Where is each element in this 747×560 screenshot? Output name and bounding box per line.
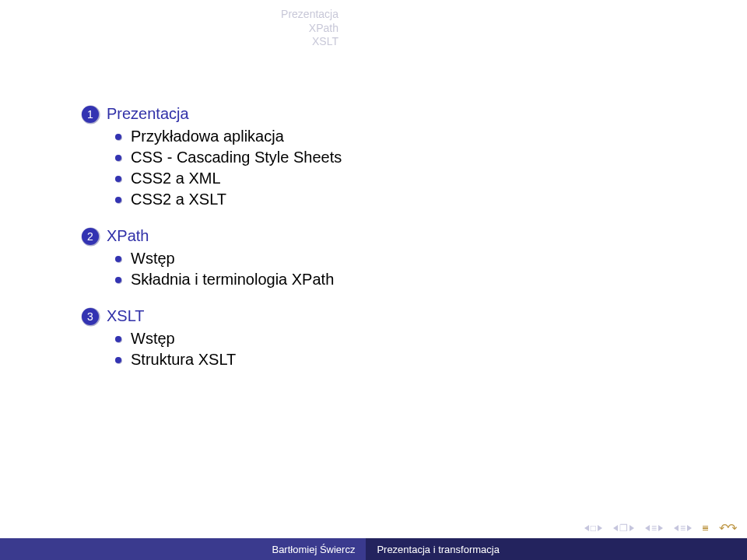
list-item[interactable]: Składnia i terminologia XPath (115, 271, 700, 289)
triangle-right-icon (658, 525, 663, 531)
item-label: Przykładowa aplikacja (131, 128, 284, 145)
item-label: Składnia i terminologia XPath (131, 271, 334, 289)
section-items: Przykładowa aplikacja CSS - Cascading St… (115, 128, 700, 208)
section-head[interactable]: 1 Prezentacja (82, 105, 700, 123)
triangle-right-icon (630, 525, 634, 531)
triangle-left-icon (584, 525, 589, 531)
nav-back-forward-icon[interactable]: ↶↷ (719, 521, 736, 535)
triangle-right-icon (687, 525, 692, 531)
nav-frame[interactable]: ❐ (613, 523, 634, 533)
triangle-left-icon (674, 525, 679, 531)
section-number: 3 (87, 310, 93, 323)
section-items: Wstęp Struktura XSLT (115, 330, 700, 369)
nav-subsection[interactable]: ≡ (645, 523, 663, 533)
item-label: CSS2 a XML (131, 170, 221, 187)
outline-content: 1 Prezentacja Przykładowa aplikacja CSS … (82, 105, 700, 387)
nav-slide[interactable]: □ (584, 523, 602, 533)
section-number: 2 (87, 230, 93, 243)
section-head[interactable]: 2 XPath (82, 227, 700, 245)
bullet-icon (115, 357, 121, 363)
section-title: Prezentacja (107, 105, 189, 123)
list-item[interactable]: Wstęp (115, 330, 700, 348)
bullet-icon (115, 176, 121, 182)
bullet-icon (115, 155, 121, 161)
section-number-badge: 3 (82, 308, 99, 325)
header-nav: Prezentacja XPath XSLT (281, 8, 338, 49)
footer-author: Bartłomiej Świercz (0, 544, 366, 555)
header-nav-item[interactable]: Prezentacja (281, 8, 338, 22)
list-item[interactable]: Wstęp (115, 250, 700, 268)
outline-section-1: 1 Prezentacja Przykładowa aplikacja CSS … (82, 105, 700, 208)
nav-section[interactable]: ≡ (674, 523, 692, 533)
section-title: XSLT (107, 307, 145, 325)
bullet-icon (115, 336, 121, 342)
bullet-icon (115, 134, 121, 140)
list-item[interactable]: CSS2 a XML (115, 170, 700, 187)
item-label: Wstęp (131, 330, 175, 348)
item-label: CSS2 a XSLT (131, 191, 226, 208)
section-number-badge: 2 (82, 228, 99, 245)
item-label: Wstęp (131, 250, 175, 268)
bullet-icon (115, 197, 121, 203)
section-head[interactable]: 3 XSLT (82, 307, 700, 325)
footer-bar: Bartłomiej Świercz Prezentacja i transfo… (0, 538, 747, 560)
item-label: Struktura XSLT (131, 351, 236, 369)
list-item[interactable]: Struktura XSLT (115, 351, 700, 369)
list-item[interactable]: CSS - Cascading Style Sheets (115, 149, 700, 166)
section-items: Wstęp Składnia i terminologia XPath (115, 250, 700, 289)
section-number: 1 (87, 108, 93, 121)
bullet-icon (115, 256, 121, 262)
triangle-left-icon (613, 525, 618, 531)
outline-section-3: 3 XSLT Wstęp Struktura XSLT (82, 307, 700, 369)
bullet-icon (115, 277, 121, 283)
triangle-left-icon (645, 525, 650, 531)
footer-title: Prezentacja i transformacja (366, 544, 747, 555)
outline-section-2: 2 XPath Wstęp Składnia i terminologia XP… (82, 227, 700, 289)
triangle-right-icon (598, 525, 602, 531)
list-item[interactable]: Przykładowa aplikacja (115, 128, 700, 145)
lines-icon: ≡ (680, 523, 686, 533)
header-nav-item[interactable]: XPath (281, 22, 338, 36)
list-item[interactable]: CSS2 a XSLT (115, 191, 700, 208)
header-nav-item[interactable]: XSLT (281, 35, 338, 49)
slide-icon: □ (591, 523, 596, 533)
nav-doc-icon[interactable] (703, 526, 708, 530)
section-title: XPath (107, 227, 149, 245)
frame-icon: ❐ (619, 523, 628, 533)
item-label: CSS - Cascading Style Sheets (131, 149, 342, 166)
lines-icon: ≡ (651, 523, 657, 533)
beamer-nav-symbols: □ ❐ ≡ ≡ ↶↷ (584, 521, 736, 535)
section-number-badge: 1 (82, 106, 99, 123)
